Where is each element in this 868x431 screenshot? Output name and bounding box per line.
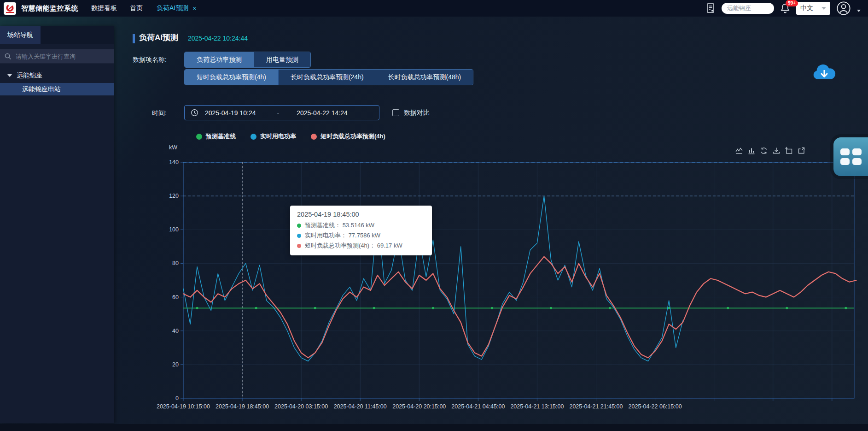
svg-text:100: 100 bbox=[169, 226, 179, 233]
logo-wordmark bbox=[6, 12, 14, 13]
tooltip-row-realtime: 实时用电功率： 77.7586 kW bbox=[297, 231, 425, 240]
page-title: 负荷AI预测 bbox=[139, 32, 178, 43]
tooltip-dot-realtime bbox=[297, 234, 301, 238]
clock-icon bbox=[191, 109, 198, 117]
tree-expand-caret-icon[interactable] bbox=[7, 74, 12, 77]
notifications-button[interactable]: 99+ bbox=[780, 3, 790, 14]
chevron-down-icon bbox=[821, 7, 826, 10]
zoom-select-icon[interactable] bbox=[785, 147, 793, 155]
user-menu-caret-icon[interactable] bbox=[857, 10, 861, 12]
svg-text:2025-04-20 03:15:00: 2025-04-20 03:15:00 bbox=[274, 403, 328, 410]
time-range-separator: - bbox=[277, 109, 280, 117]
chart-tooltip: 2025-04-19 18:45:00 预测基准线： 53.5146 kW 实时… bbox=[290, 206, 432, 255]
tooltip-timestamp: 2025-04-19 18:45:00 bbox=[297, 211, 425, 218]
nav-item-home[interactable]: 首页 bbox=[130, 4, 143, 12]
tree-node-label: 远能锦座 bbox=[17, 71, 42, 80]
time-start-value[interactable]: 2025-04-19 10:24 bbox=[205, 109, 256, 117]
sidebar-tab-strip: 场站导航 bbox=[0, 26, 114, 44]
data-item-tab-group: 负荷总功率预测 用电量预测 bbox=[184, 52, 311, 68]
tree-node-station-group[interactable]: 远能锦座 bbox=[7, 70, 114, 81]
svg-text:2025-04-21 13:15:00: 2025-04-21 13:15:00 bbox=[510, 403, 564, 410]
tab-load-ai-forecast[interactable]: 负荷AI预测 × bbox=[157, 4, 196, 12]
data-compare-checkbox[interactable] bbox=[392, 109, 399, 116]
station-search-input[interactable] bbox=[722, 3, 774, 14]
svg-text:2025-04-20 20:15:00: 2025-04-20 20:15:00 bbox=[392, 403, 446, 410]
data-compare-label: 数据对比 bbox=[404, 109, 430, 117]
avatar[interactable] bbox=[836, 1, 851, 16]
svg-text:2025-04-22 06:15:00: 2025-04-22 06:15:00 bbox=[629, 403, 682, 410]
tooltip-row-forecast: 短时负载总功率预测(4h)： 69.17 kW bbox=[297, 242, 425, 250]
refresh-icon[interactable] bbox=[760, 147, 768, 155]
chart-canvas[interactable]: 0204060801001201402025-04-19 10:15:00202… bbox=[129, 139, 868, 421]
restore-icon[interactable] bbox=[797, 147, 805, 155]
nav-item-dashboard[interactable]: 数据看板 bbox=[91, 4, 117, 12]
tab-load-power-forecast[interactable]: 负荷总功率预测 bbox=[185, 52, 254, 67]
tooltip-row-baseline: 预测基准线： 53.5146 kW bbox=[297, 221, 425, 230]
cloud-download-icon bbox=[811, 62, 837, 83]
language-value: 中文 bbox=[800, 4, 813, 12]
top-navbar: 智慧储能监控系统 数据看板 首页 负荷AI预测 × 99+ 中文 bbox=[0, 0, 868, 17]
tab-label: 负荷AI预测 bbox=[157, 4, 188, 12]
tooltip-dot-forecast bbox=[297, 244, 301, 248]
svg-text:2025-04-19 18:45:00: 2025-04-19 18:45:00 bbox=[216, 403, 269, 410]
svg-text:0: 0 bbox=[175, 395, 179, 401]
cloud-download-button[interactable] bbox=[811, 62, 837, 83]
forecast-horizon-tab-group: 短时负载总功率预测(4h) 长时负载总功率预测(24h) 长时负载总功率预测(4… bbox=[184, 69, 473, 85]
page-timestamp: 2025-04-22 10:24:44 bbox=[188, 35, 248, 42]
sidebar-search-input[interactable] bbox=[0, 49, 114, 63]
title-accent-bar bbox=[133, 34, 135, 43]
language-select[interactable]: 中文 bbox=[796, 2, 830, 15]
forecast-chart[interactable]: 0204060801001201402025-04-19 10:15:00202… bbox=[129, 139, 868, 421]
line-chart-icon[interactable] bbox=[735, 147, 743, 155]
data-item-label: 数据项名称: bbox=[133, 56, 167, 64]
app-title: 智慧储能监控系统 bbox=[21, 4, 78, 13]
notification-count-badge: 99+ bbox=[786, 0, 798, 6]
download-icon[interactable] bbox=[772, 147, 781, 155]
svg-text:2025-04-20 11:45:00: 2025-04-20 11:45:00 bbox=[334, 403, 387, 410]
legend-dot-realtime bbox=[250, 134, 256, 140]
legend-dot-forecast bbox=[311, 134, 317, 140]
sidebar-search bbox=[0, 49, 114, 64]
window-bottom-strip bbox=[0, 424, 868, 431]
topbar-right-cluster: 99+ 中文 bbox=[705, 0, 861, 17]
svg-text:140: 140 bbox=[169, 159, 179, 165]
svg-text:2025-04-21 04:45:00: 2025-04-21 04:45:00 bbox=[451, 403, 505, 410]
search-icon bbox=[4, 53, 12, 60]
tab-long-term-24h[interactable]: 长时负载总功率预测(24h) bbox=[279, 70, 376, 85]
app-window: 智慧储能监控系统 数据看板 首页 负荷AI预测 × 99+ 中文 bbox=[0, 0, 868, 431]
grid-icon bbox=[840, 148, 862, 165]
bar-chart-icon[interactable] bbox=[747, 147, 756, 155]
svg-text:120: 120 bbox=[169, 193, 179, 199]
time-range-label: 时间: bbox=[152, 109, 167, 118]
svg-text:kW: kW bbox=[169, 144, 177, 151]
company-logo bbox=[4, 2, 16, 15]
apps-launcher-button[interactable] bbox=[833, 137, 868, 176]
svg-text:80: 80 bbox=[172, 260, 179, 266]
tab-close-icon[interactable]: × bbox=[192, 5, 196, 12]
chart-toolbox bbox=[735, 147, 805, 155]
logo-icon bbox=[5, 4, 15, 13]
tooltip-dot-baseline bbox=[297, 224, 301, 228]
tab-energy-forecast[interactable]: 用电量预测 bbox=[254, 52, 310, 67]
svg-text:2025-04-21 21:45:00: 2025-04-21 21:45:00 bbox=[569, 403, 623, 410]
tab-short-term-4h[interactable]: 短时负载总功率预测(4h) bbox=[185, 70, 279, 85]
tab-long-term-48h[interactable]: 长时负载总功率预测(48h) bbox=[376, 70, 473, 85]
tree-node-station-selected[interactable]: 远能锦座电站 bbox=[0, 83, 114, 95]
report-doc-icon[interactable] bbox=[705, 3, 716, 14]
time-range-picker[interactable]: 2025-04-19 10:24 - 2025-04-22 14:24 bbox=[184, 105, 379, 120]
station-sidebar: 场站导航 远能锦座 远能锦座电站 bbox=[0, 26, 114, 423]
time-end-value[interactable]: 2025-04-22 14:24 bbox=[297, 109, 348, 117]
svg-text:20: 20 bbox=[172, 361, 179, 368]
svg-text:60: 60 bbox=[172, 294, 179, 301]
svg-text:40: 40 bbox=[172, 328, 179, 334]
svg-text:2025-04-19 10:15:00: 2025-04-19 10:15:00 bbox=[157, 403, 210, 410]
sidebar-tab-station-nav[interactable]: 场站导航 bbox=[0, 26, 41, 44]
legend-dot-baseline bbox=[196, 134, 202, 140]
